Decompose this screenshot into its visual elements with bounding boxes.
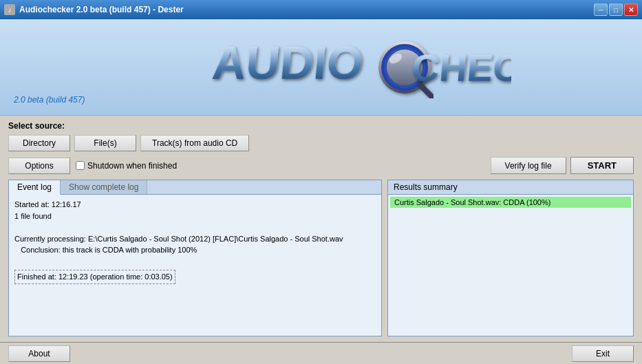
- log-line-4: Currently processing: E:\Curtis Salgado …: [14, 233, 376, 245]
- log-line-6: [14, 256, 376, 268]
- shutdown-checkbox-label[interactable]: Shutdown when finished: [76, 161, 177, 171]
- options-row: Options Shutdown when finished Verify lo…: [8, 157, 634, 174]
- source-buttons: Directory File(s) Track(s) from audio CD: [8, 135, 634, 151]
- tracks-button[interactable]: Track(s) from audio CD: [140, 135, 249, 151]
- right-buttons: Verify log file START: [491, 157, 634, 174]
- log-line-1: Started at: 12:16.17: [14, 199, 376, 211]
- maximize-button[interactable]: □: [609, 3, 623, 16]
- event-log-panel: Event log Show complete log Started at: …: [8, 180, 382, 336]
- panel-tabs: Event log Show complete log: [9, 180, 381, 195]
- header-area: 2.0 beta (build 457): [0, 19, 642, 116]
- results-content: Curtis Salgado - Soul Shot.wav: CDDA (10…: [388, 195, 633, 336]
- log-line-finished: Finished at: 12:19.23 (operation time: 0…: [14, 270, 175, 284]
- results-header: Results summary: [388, 180, 633, 195]
- verify-log-button[interactable]: Verify log file: [491, 157, 566, 174]
- log-line-2: 1 file found: [14, 211, 376, 222]
- shutdown-label: Shutdown when finished: [87, 161, 177, 171]
- options-button[interactable]: Options: [8, 158, 70, 174]
- files-button[interactable]: File(s): [74, 135, 136, 151]
- titlebar-controls: ─ □ ✕: [594, 3, 638, 16]
- shutdown-checkbox[interactable]: [76, 161, 85, 170]
- results-panel: Results summary Curtis Salgado - Soul Sh…: [387, 180, 634, 336]
- titlebar-title: Audiochecker 2.0 beta (build 457) - Dest…: [19, 5, 184, 14]
- result-item: Curtis Salgado - Soul Shot.wav: CDDA (10…: [390, 197, 631, 208]
- log-line-3: [14, 222, 376, 233]
- app-logo: AUDIO CHECKER: [202, 30, 511, 105]
- start-button[interactable]: START: [570, 157, 634, 174]
- exit-button[interactable]: Exit: [572, 345, 634, 362]
- minimize-button[interactable]: ─: [594, 3, 608, 16]
- svg-text:CHECKER: CHECKER: [410, 46, 512, 89]
- logo-area: AUDIO CHECKER: [85, 30, 628, 105]
- app-icon: ♪: [4, 4, 15, 15]
- log-line-5: Conclusion: this track is CDDA with prob…: [14, 244, 376, 256]
- main-content: Select source: Directory File(s) Track(s…: [0, 116, 642, 342]
- version-text: 2.0 beta (build 457): [14, 95, 85, 108]
- bottom-bar: About Exit: [0, 342, 642, 364]
- directory-button[interactable]: Directory: [8, 135, 70, 151]
- titlebar: ♪ Audiochecker 2.0 beta (build 457) - De…: [0, 0, 642, 19]
- close-button[interactable]: ✕: [624, 3, 638, 16]
- select-source-label: Select source:: [8, 121, 634, 131]
- tab-show-complete[interactable]: Show complete log: [61, 180, 147, 194]
- log-content: Started at: 12:16.17 1 file found Curren…: [9, 195, 381, 336]
- tab-event-log[interactable]: Event log: [9, 180, 61, 195]
- titlebar-left: ♪ Audiochecker 2.0 beta (build 457) - De…: [4, 4, 184, 15]
- log-results-area: Event log Show complete log Started at: …: [8, 180, 634, 336]
- about-button[interactable]: About: [8, 345, 70, 362]
- svg-text:AUDIO: AUDIO: [211, 36, 366, 89]
